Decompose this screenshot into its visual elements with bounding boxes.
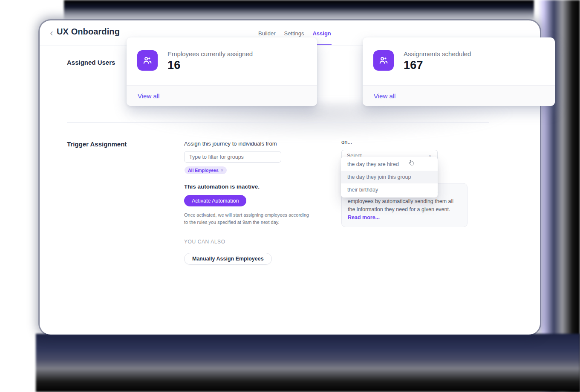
chevron-left-icon: ‹ (50, 29, 53, 38)
stat-value: 16 (167, 59, 253, 72)
tag-label: All Employees (188, 168, 219, 173)
view-all-link[interactable]: View all (374, 92, 395, 100)
activate-automation-button[interactable]: Activate Automation (184, 195, 246, 206)
tab-builder[interactable]: Builder (258, 29, 276, 37)
stat-text: Assignments scheduled 167 (404, 50, 471, 72)
option-day-hired[interactable]: the day they are hired (341, 158, 438, 171)
read-more-link[interactable]: Read more... (348, 215, 380, 220)
stat-label: Employees currently assigned (167, 50, 253, 57)
group-people-icon (137, 50, 158, 71)
group-filter-input[interactable] (184, 151, 281, 163)
group-people-icon (373, 50, 394, 71)
stat-card-footer: View all (127, 85, 317, 106)
top-shadow-band (64, 0, 534, 20)
tab-settings[interactable]: Settings (283, 29, 304, 37)
manually-assign-button[interactable]: Manually Assign Employees (184, 253, 272, 265)
you-can-also-label: YOU CAN ALSO (184, 239, 225, 245)
automation-status-text: This automation is inactive. (184, 183, 260, 190)
option-label: the day they join this group (347, 174, 411, 180)
assign-from-label: Assign this journey to individuals from (184, 140, 277, 147)
tab-assign[interactable]: Assign (312, 29, 331, 37)
back-button[interactable]: ‹ (46, 27, 58, 39)
stat-value: 167 (404, 59, 471, 72)
view-all-link[interactable]: View all (138, 92, 159, 100)
close-icon[interactable]: × (221, 168, 223, 173)
stat-card-footer: View all (363, 85, 555, 106)
all-employees-tag[interactable]: All Employees × (185, 166, 227, 174)
trigger-assignment-section-label: Trigger Assignment (67, 140, 127, 148)
stat-card-assignments-scheduled: Assignments scheduled 167 View all (363, 37, 555, 106)
screenshot-stage: ‹ UX Onboarding Builder Settings Assign … (0, 0, 580, 392)
assigned-users-section-label: Assigned Users (67, 59, 115, 66)
option-their-birthday[interactable]: their birthday (341, 183, 438, 196)
stat-card-employees-assigned: Employees currently assigned 16 View all (127, 37, 317, 106)
stat-label: Assignments scheduled (404, 50, 471, 57)
bottom-shadow-band (36, 334, 580, 392)
stat-cards-shadow (121, 102, 517, 140)
event-dropdown-menu: the day they are hired the day they join… (341, 157, 438, 197)
section-divider (67, 122, 489, 123)
stat-text: Employees currently assigned 16 (167, 50, 253, 72)
page-title: UX Onboarding (57, 27, 120, 37)
activation-note: Once activated, we will start assigning … (184, 212, 312, 226)
option-day-join-group[interactable]: the day they join this group (341, 171, 438, 183)
on-label: on... (341, 139, 352, 145)
